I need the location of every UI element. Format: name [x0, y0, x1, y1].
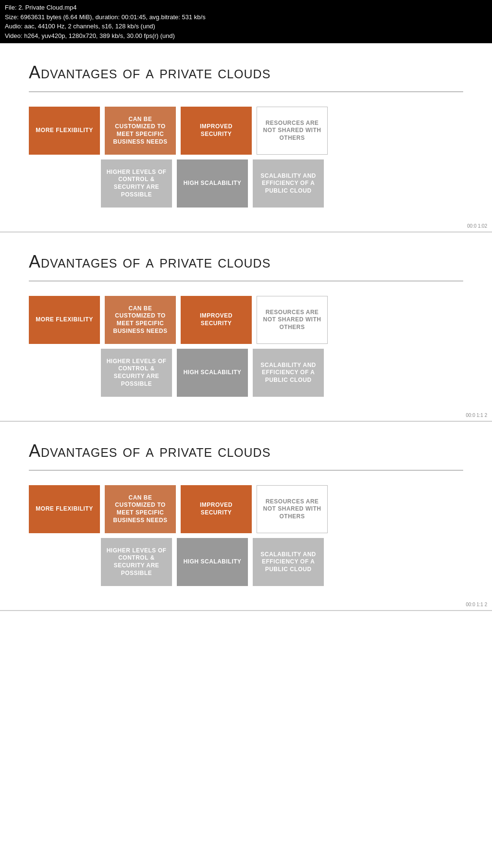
cards-row-2: higher levels of control & security are … — [101, 538, 463, 586]
timestamp: 00:0 1:02 — [467, 223, 487, 229]
card-row2-2: scalability and efficiency of a public c… — [253, 349, 324, 397]
card-row1-2: Improved security — [181, 296, 252, 344]
divider — [29, 91, 463, 92]
card-row2-1: High scalability — [177, 349, 248, 397]
slide-title: Advantages of a private clouds — [29, 441, 463, 461]
card-row1-3: resources are not shared with others — [257, 296, 328, 344]
file-info-line1: File: 2. Private Cloud.mp4 — [5, 3, 487, 12]
card-row1-1: Can be customized to meet specific busin… — [105, 296, 176, 344]
card-row1-3: resources are not shared with others — [257, 107, 328, 155]
card-row1-0: More flexibility — [29, 107, 100, 155]
cards-row-1: More flexibilityCan be customized to mee… — [29, 107, 463, 155]
card-row1-0: More flexibility — [29, 485, 100, 533]
card-row1-3: resources are not shared with others — [257, 485, 328, 533]
card-row1-1: Can be customized to meet specific busin… — [105, 485, 176, 533]
card-row1-2: Improved security — [181, 485, 252, 533]
card-row2-0: higher levels of control & security are … — [101, 538, 172, 586]
slide-title: Advantages of a private clouds — [29, 62, 463, 83]
timestamp: 00:0 1:1 2 — [466, 413, 487, 418]
cards-row-1: More flexibilityCan be customized to mee… — [29, 296, 463, 344]
card-row1-2: Improved security — [181, 107, 252, 155]
cards-row-2: higher levels of control & security are … — [101, 159, 463, 208]
slide-title: Advantages of a private clouds — [29, 252, 463, 272]
file-info-line4: Video: h264, yuv420p, 1280x720, 389 kb/s… — [5, 31, 487, 41]
divider — [29, 470, 463, 471]
card-row2-2: scalability and efficiency of a public c… — [253, 159, 324, 208]
card-row1-1: Can be customized to meet specific busin… — [105, 107, 176, 155]
card-row1-0: More flexibility — [29, 296, 100, 344]
cards-row-1: More flexibilityCan be customized to mee… — [29, 485, 463, 533]
file-info-line3: Audio: aac, 44100 Hz, 2 channels, s16, 1… — [5, 22, 487, 31]
card-row2-1: High scalability — [177, 159, 248, 208]
cards-row-2: higher levels of control & security are … — [101, 349, 463, 397]
timestamp: 00:0 1:1 2 — [466, 602, 487, 607]
slide-3: Advantages of a private cloudsMore flexi… — [0, 422, 492, 611]
divider — [29, 281, 463, 281]
card-row2-0: higher levels of control & security are … — [101, 349, 172, 397]
card-row2-2: scalability and efficiency of a public c… — [253, 538, 324, 586]
card-row2-0: higher levels of control & security are … — [101, 159, 172, 208]
file-info-line2: Size: 6963631 bytes (6.64 MiB), duration… — [5, 12, 487, 22]
file-info-bar: File: 2. Private Cloud.mp4 Size: 6963631… — [0, 0, 492, 43]
card-row2-1: High scalability — [177, 538, 248, 586]
slide-1: Advantages of a private cloudsMore flexi… — [0, 43, 492, 232]
slide-2: Advantages of a private cloudsMore flexi… — [0, 232, 492, 422]
